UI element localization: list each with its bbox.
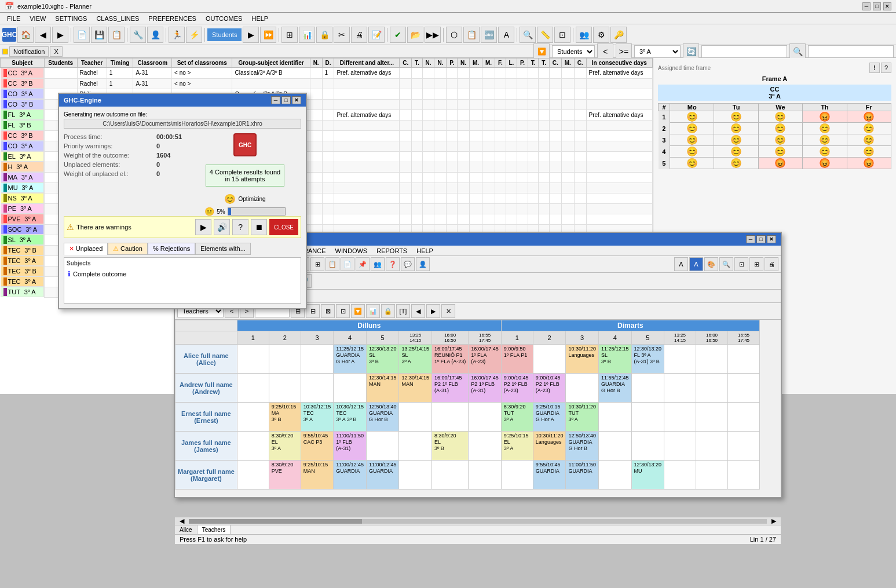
warning-sound-btn[interactable]: 🔊 xyxy=(214,219,230,235)
andrew-mon-4[interactable] xyxy=(334,374,367,403)
ernest-mon-5[interactable]: 12:50/13:40GUARDIAG Hor B xyxy=(366,403,399,432)
edithor-font-btn[interactable]: A xyxy=(674,257,688,271)
run2-btn[interactable]: ⚡ xyxy=(186,27,202,43)
ernest-tue-aft2[interactable] xyxy=(728,403,760,432)
james-tue-lunch1[interactable] xyxy=(664,432,696,461)
q-btn[interactable]: ? xyxy=(881,63,891,73)
alice-tue-1[interactable]: 9:00/9:501º FLA P1 xyxy=(501,345,533,374)
andrew-mon-1[interactable] xyxy=(237,374,269,403)
sched-filter1[interactable]: 🔽 xyxy=(351,304,365,318)
warning-stop-btn[interactable]: ⏹ xyxy=(251,219,267,235)
alice-tue-2[interactable] xyxy=(533,345,566,374)
home-btn[interactable]: 🏠 xyxy=(17,27,34,43)
scroll-track[interactable] xyxy=(189,519,767,524)
edithor-btn15[interactable]: 👤 xyxy=(416,257,430,271)
sched-close-x[interactable]: ✕ xyxy=(441,304,455,318)
james-mon-aft2[interactable] xyxy=(469,432,502,461)
tb-btn13[interactable]: ⊡ xyxy=(554,27,570,43)
margaret-mon-4[interactable]: 11:00/12:45GUARDIA xyxy=(334,461,367,490)
back-btn[interactable]: ◀ xyxy=(35,27,51,43)
edithor-close-btn[interactable]: ✕ xyxy=(767,235,776,243)
ernest-mon-lunch1[interactable] xyxy=(399,403,432,432)
ernest-tue-5[interactable] xyxy=(631,403,664,432)
tb-btn7[interactable]: ⬡ xyxy=(446,27,462,43)
tb-btn9[interactable]: 🔤 xyxy=(481,27,497,43)
advanced-profile-btn[interactable]: Students xyxy=(207,28,242,41)
ernest-mon-4[interactable]: 10:30/12:15TEC3º A 3º B xyxy=(334,403,367,432)
andrew-mon-5[interactable]: 12:30/14:15MAN xyxy=(366,374,399,403)
tool1-btn[interactable]: 🔧 xyxy=(130,27,146,43)
james-mon-4[interactable]: 11:00/11:501º FLB(A-31) xyxy=(334,432,367,461)
tb-btn4[interactable]: ✂ xyxy=(334,27,350,43)
edithor-btn10[interactable]: 📄 xyxy=(341,257,354,271)
margaret-tue-3[interactable]: 11:00/11:50GUARDIA xyxy=(566,461,599,490)
james-tue-1[interactable]: 9:25/10:15EL3º A xyxy=(501,432,533,461)
ernest-tue-3[interactable]: 10:30/11:20TUT3º A xyxy=(566,403,599,432)
ghc-restore-btn[interactable]: □ xyxy=(281,96,291,104)
tab-rejections[interactable]: % Rejections xyxy=(148,243,195,255)
run1-btn[interactable]: 🏃 xyxy=(169,27,185,43)
alice-tue-4[interactable]: 11:25/12:15SL3º B xyxy=(598,345,631,374)
sched-filter2[interactable]: 📊 xyxy=(366,304,380,318)
margaret-mon-lunch1[interactable] xyxy=(399,461,432,490)
edithor-minimize-btn[interactable]: ─ xyxy=(746,235,755,243)
table-row[interactable]: CC 3º A Rachel 1 A-31 < no > Classical/3… xyxy=(1,68,653,79)
fwd-btn[interactable]: ▶ xyxy=(52,27,68,43)
andrew-tue-4[interactable]: 11:55/12:45GUARDIAG Hor B xyxy=(598,374,631,403)
margaret-tue-aft2[interactable] xyxy=(728,461,760,490)
menu-outcomes[interactable]: OUTCOMES xyxy=(201,14,247,23)
andrew-tue-aft1[interactable] xyxy=(696,374,728,403)
ernest-tue-lunch1[interactable] xyxy=(664,403,696,432)
alice-mon-3[interactable] xyxy=(301,345,334,374)
menu-class-lines[interactable]: CLASS_LINES xyxy=(92,14,144,23)
table-row[interactable]: CC 3º B Rachel 1 A-31 < no > xyxy=(1,78,653,89)
ghc-close-btn[interactable]: ✕ xyxy=(292,96,301,104)
search-btn[interactable]: 🔍 xyxy=(789,43,806,60)
ernest-mon-1[interactable] xyxy=(237,403,269,432)
edithor-menu-windows[interactable]: WINDOWS xyxy=(331,246,372,255)
edithor-print-btn[interactable]: 🖨 xyxy=(765,257,778,271)
andrew-tue-5[interactable] xyxy=(631,374,664,403)
alice-tue-3[interactable]: 10:30/11:20Languages xyxy=(566,345,599,374)
alice-mon-4[interactable]: 11:25/12:15GUARDIAG Hor A xyxy=(334,345,367,374)
ernest-tue-4[interactable] xyxy=(598,403,631,432)
tab-alice[interactable]: Alice xyxy=(175,525,198,534)
menu-help[interactable]: HELP xyxy=(247,14,273,23)
james-tue-5[interactable] xyxy=(631,432,664,461)
margaret-mon-3[interactable]: 9:25/10:15MAN xyxy=(301,461,334,490)
james-mon-2[interactable]: 8:30/9:20EL3º A xyxy=(269,432,301,461)
menu-preferences[interactable]: PREFERENCES xyxy=(144,14,201,23)
close-btn[interactable]: ✕ xyxy=(883,2,891,10)
james-mon-5[interactable] xyxy=(366,432,399,461)
andrew-tue-aft2[interactable] xyxy=(728,374,760,403)
alice-tue-aft2[interactable] xyxy=(728,345,760,374)
tb-btn5[interactable]: 🖨 xyxy=(351,27,367,43)
edithor-font2-btn[interactable]: A xyxy=(689,257,703,271)
ernest-mon-aft1[interactable] xyxy=(432,403,469,432)
edithor-btn11[interactable]: 📌 xyxy=(356,257,370,271)
menu-settings[interactable]: SETTINGS xyxy=(50,14,92,23)
tool2-btn[interactable]: 👤 xyxy=(147,27,163,43)
scroll-thumb[interactable] xyxy=(189,519,362,524)
doc-btn[interactable]: 📄 xyxy=(74,27,90,43)
refresh-btn[interactable]: 🔄 xyxy=(683,43,699,60)
menu-view[interactable]: VIEW xyxy=(25,14,50,23)
menu-file[interactable]: FILE xyxy=(2,14,25,23)
edithor-restore-btn[interactable]: □ xyxy=(756,235,766,243)
margaret-mon-2[interactable]: 8:30/9:20PVE xyxy=(269,461,301,490)
margaret-tue-aft1[interactable] xyxy=(696,461,728,490)
open-btn[interactable]: 📂 xyxy=(407,27,423,43)
edithor-magnify-btn[interactable]: 🔍 xyxy=(719,257,733,271)
james-mon-lunch1[interactable] xyxy=(399,432,432,461)
edithor-color-btn[interactable]: 🎨 xyxy=(704,257,718,271)
play-btn[interactable]: ▶ xyxy=(243,27,259,43)
james-mon-aft1[interactable]: 8:30/9:20EL3º B xyxy=(432,432,469,461)
edithor-btn14[interactable]: 💬 xyxy=(401,257,415,271)
ernest-tue-2[interactable]: 9:25/10:15GUARDIAG Hor A xyxy=(533,403,566,432)
sched-grid-btn2[interactable]: ⊟ xyxy=(306,304,320,318)
sched-nav2[interactable]: ▶ xyxy=(426,304,440,318)
andrew-mon-aft2[interactable]: 16:00/17:45P2 1º FLB(A-31) xyxy=(469,374,502,403)
alice-tue-aft1[interactable] xyxy=(696,345,728,374)
edithor-btn12[interactable]: 👥 xyxy=(371,257,385,271)
margaret-tue-4[interactable] xyxy=(598,461,631,490)
